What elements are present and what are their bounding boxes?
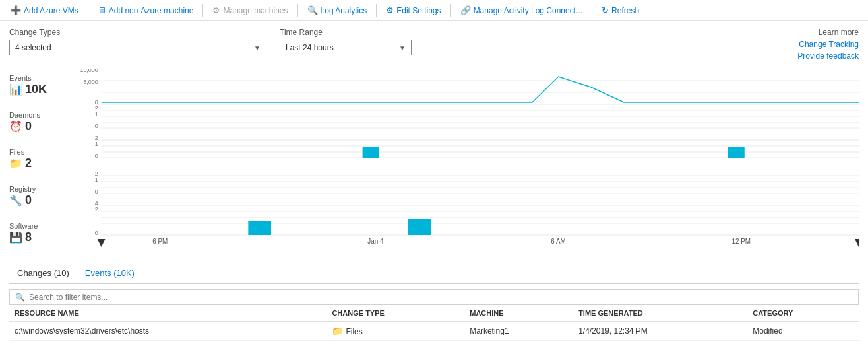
svg-text:1: 1 bbox=[95, 111, 98, 118]
cell-machine: Marketing1 bbox=[464, 322, 573, 341]
events-icon: 📊 bbox=[9, 83, 22, 96]
registry-value-row: 🔧 0 bbox=[9, 194, 75, 208]
stat-events: Events 📊 10K bbox=[9, 74, 75, 110]
stat-software: Software 💾 8 bbox=[9, 222, 75, 258]
svg-text:2: 2 bbox=[95, 206, 98, 213]
separator-4 bbox=[376, 4, 377, 17]
svg-rect-38 bbox=[248, 221, 271, 235]
edit-settings-icon: ⚙ bbox=[386, 5, 394, 15]
learn-more-panel: Learn more Change Tracking Provide feedb… bbox=[797, 28, 859, 61]
add-azure-icon: ➕ bbox=[11, 5, 21, 15]
separator-1 bbox=[88, 4, 88, 17]
software-value-row: 💾 8 bbox=[9, 230, 75, 245]
svg-text:0: 0 bbox=[95, 188, 98, 195]
change-types-dropdown[interactable]: 4 selected ▼ bbox=[9, 40, 266, 55]
stats-panel: Events 📊 10K Daemons ⏰ 0 Files 📁 2 bbox=[9, 69, 75, 259]
refresh-button[interactable]: ↻ Refresh bbox=[596, 3, 644, 18]
registry-icon: 🔧 bbox=[9, 194, 22, 207]
log-analytics-button[interactable]: 🔍 Log Analytics bbox=[302, 3, 373, 18]
software-icon: 💾 bbox=[9, 231, 22, 244]
data-table: RESOURCE NAME CHANGE TYPE MACHINE TIME G… bbox=[9, 305, 859, 341]
separator-6 bbox=[592, 4, 592, 17]
add-non-azure-button[interactable]: 🖥 Add non-Azure machine bbox=[92, 3, 199, 18]
table-header-row: RESOURCE NAME CHANGE TYPE MACHINE TIME G… bbox=[9, 305, 859, 322]
svg-marker-45 bbox=[855, 239, 859, 247]
time-range-value: Last 24 hours bbox=[286, 43, 334, 52]
stat-daemons: Daemons ⏰ 0 bbox=[9, 111, 75, 147]
separator-2 bbox=[202, 4, 203, 17]
svg-text:1: 1 bbox=[95, 141, 98, 147]
svg-text:1: 1 bbox=[95, 176, 98, 183]
col-header-category: CATEGORY bbox=[747, 305, 859, 322]
search-input[interactable] bbox=[29, 293, 853, 302]
change-type-icon: 📁 bbox=[332, 326, 343, 336]
manage-machines-icon: ⚙ bbox=[212, 5, 220, 15]
software-value: 8 bbox=[25, 230, 32, 245]
cell-time-generated: 1/4/2019, 12:34 PM bbox=[573, 322, 747, 341]
software-label: Software bbox=[9, 222, 75, 230]
log-analytics-icon: 🔍 bbox=[307, 5, 318, 15]
registry-value: 0 bbox=[25, 194, 32, 208]
time-range-label: Time Range bbox=[280, 28, 412, 37]
time-range-filter: Time Range Last 24 hours ▼ bbox=[280, 28, 412, 55]
main-chart: 10,000 5,000 0 2 1 0 2 1 0 2 1 0 4 2 0 bbox=[75, 69, 859, 247]
add-azure-vms-button[interactable]: ➕ Add Azure VMs bbox=[5, 3, 84, 18]
daemons-value: 0 bbox=[25, 120, 32, 134]
search-bar: 🔍 bbox=[9, 289, 859, 305]
svg-text:6 PM: 6 PM bbox=[152, 238, 168, 245]
col-header-change-type: CHANGE TYPE bbox=[326, 305, 464, 322]
col-header-machine: MACHINE bbox=[464, 305, 573, 322]
time-range-chevron-icon: ▼ bbox=[399, 44, 406, 52]
svg-rect-37 bbox=[728, 147, 745, 158]
manage-machines-button[interactable]: ⚙ Manage machines bbox=[207, 3, 293, 18]
change-tracking-link[interactable]: Change Tracking bbox=[799, 40, 859, 49]
change-types-label: Change Types bbox=[9, 28, 266, 37]
svg-marker-44 bbox=[98, 239, 106, 247]
events-value: 10K bbox=[25, 83, 47, 97]
svg-text:0: 0 bbox=[95, 153, 98, 159]
daemons-icon: ⏰ bbox=[9, 120, 22, 133]
manage-activity-button[interactable]: 🔗 Manage Activity Log Connect... bbox=[455, 3, 588, 18]
svg-text:0: 0 bbox=[95, 230, 98, 236]
svg-text:6 AM: 6 AM bbox=[551, 238, 566, 245]
cell-resource-name: c:\windows\system32\drivers\etc\hosts bbox=[9, 322, 326, 341]
tab-changes[interactable]: Changes (10) bbox=[9, 264, 77, 283]
svg-text:Jan 4: Jan 4 bbox=[367, 238, 384, 245]
tab-events[interactable]: Events (10K) bbox=[77, 264, 142, 283]
filters-row: Change Types 4 selected ▼ Time Range Las… bbox=[9, 28, 859, 61]
add-machine-icon: 🖥 bbox=[98, 5, 106, 15]
change-types-filter: Change Types 4 selected ▼ bbox=[9, 28, 266, 55]
time-range-dropdown[interactable]: Last 24 hours ▼ bbox=[280, 40, 412, 55]
table-row[interactable]: c:\windows\system32\drivers\etc\hosts 📁F… bbox=[9, 322, 859, 341]
svg-text:5,000: 5,000 bbox=[83, 79, 98, 85]
refresh-icon: ↻ bbox=[602, 5, 609, 15]
svg-text:12 PM: 12 PM bbox=[732, 238, 751, 245]
files-label: Files bbox=[9, 148, 75, 156]
stat-files: Files 📁 2 bbox=[9, 148, 75, 184]
cell-change-type: 📁Files bbox=[326, 322, 464, 341]
events-label: Events bbox=[9, 74, 75, 82]
files-value: 2 bbox=[25, 157, 32, 171]
col-header-time-generated: TIME GENERATED bbox=[573, 305, 747, 322]
separator-3 bbox=[297, 4, 298, 17]
edit-settings-button[interactable]: ⚙ Edit Settings bbox=[381, 3, 446, 18]
svg-rect-39 bbox=[408, 219, 431, 235]
separator-5 bbox=[450, 4, 451, 17]
change-types-chevron-icon: ▼ bbox=[254, 44, 261, 52]
daemons-value-row: ⏰ 0 bbox=[9, 120, 75, 134]
toolbar: ➕ Add Azure VMs 🖥 Add non-Azure machine … bbox=[0, 0, 868, 21]
change-types-value: 4 selected bbox=[15, 43, 51, 52]
col-header-resource-name: RESOURCE NAME bbox=[9, 305, 326, 322]
tabs-row: Changes (10) Events (10K) bbox=[9, 264, 859, 284]
main-content: Change Types 4 selected ▼ Time Range Las… bbox=[0, 21, 868, 347]
learn-more-title: Learn more bbox=[819, 28, 859, 37]
search-icon: 🔍 bbox=[15, 293, 25, 302]
events-value-row: 📊 10K bbox=[9, 83, 75, 97]
files-value-row: 📁 2 bbox=[9, 157, 75, 171]
stats-chart-row: Events 📊 10K Daemons ⏰ 0 Files 📁 2 bbox=[9, 69, 859, 259]
provide-feedback-link[interactable]: Provide feedback bbox=[797, 52, 859, 61]
svg-text:0: 0 bbox=[95, 123, 98, 129]
cell-category: Modified bbox=[747, 322, 859, 341]
chart-area: 10,000 5,000 0 2 1 0 2 1 0 2 1 0 4 2 0 bbox=[75, 69, 859, 247]
manage-activity-icon: 🔗 bbox=[460, 5, 471, 15]
